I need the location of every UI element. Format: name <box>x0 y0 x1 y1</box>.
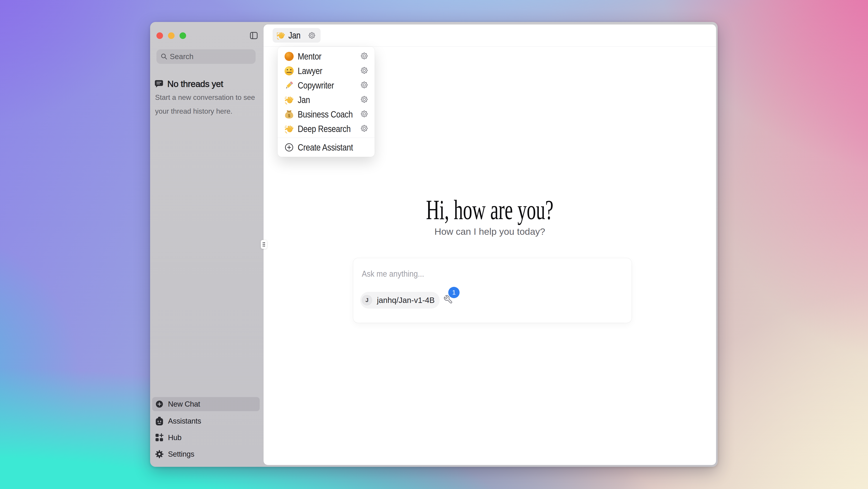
svg-text:$: $ <box>288 114 290 118</box>
